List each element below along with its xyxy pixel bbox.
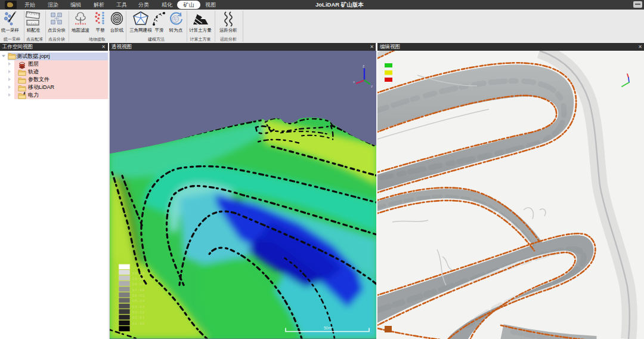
svg-text:0.6 - 0.5: 0.6 - 0.5 (132, 294, 144, 297)
svg-text:0.9 - 0.8: 0.9 - 0.8 (132, 277, 144, 281)
svg-text:y: y (371, 84, 373, 88)
svg-text:0.7 - 0.6: 0.7 - 0.6 (132, 288, 144, 292)
svg-text:0.3 - 0.2: 0.3 - 0.2 (132, 310, 144, 314)
svg-text:0.8 - 0.7: 0.8 - 0.7 (132, 282, 144, 286)
svg-text:50m: 50m (324, 326, 332, 330)
svg-text:0.5 - 0.4: 0.5 - 0.4 (132, 299, 144, 303)
svg-text:z: z (363, 64, 364, 68)
svg-text:x: x (353, 80, 355, 84)
svg-text:0.4 - 0.3: 0.4 - 0.3 (132, 305, 144, 309)
svg-text:1.0 - 0.9: 1.0 - 0.9 (132, 272, 144, 275)
svg-text:0.2 - 0.1: 0.2 - 0.1 (132, 316, 144, 319)
svg-text:0.1 - 0.0: 0.1 - 0.0 (132, 322, 144, 325)
